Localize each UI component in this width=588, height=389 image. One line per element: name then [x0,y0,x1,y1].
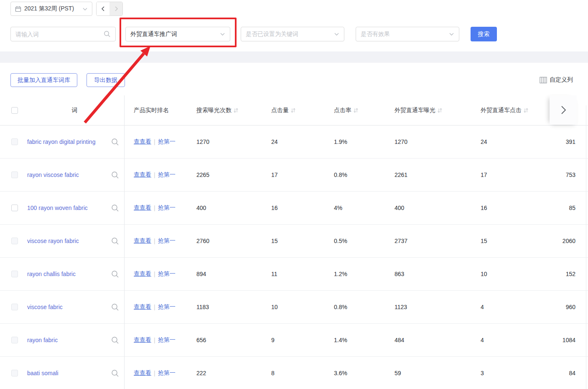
search-impressions-value: 1183 [195,291,270,323]
search-icon[interactable] [111,171,119,179]
sort-icon[interactable] [523,107,529,113]
grab-first-link[interactable]: 抢第一 [158,138,176,146]
table-body: fabric rayon digital printing 查查看 | 抢第一 … [0,125,588,389]
view-product-link[interactable]: 查查看 [134,336,151,344]
prev-week-button[interactable] [97,2,109,15]
row-checkbox[interactable] [11,370,18,376]
export-data-button[interactable]: 导出数据 [87,73,125,87]
customize-columns-label: 自定义列 [550,76,573,84]
keyword-search-input[interactable] [15,31,104,38]
column-header-search-impressions[interactable]: 搜索曝光次数 [196,107,232,114]
keyword-link[interactable]: fabric rayon digital printing [27,138,95,145]
search-icon[interactable] [111,369,119,377]
keyword-table: 词 产品实时排名 搜索曝光次数 点击量 点击率 外贸直通车曝光 外贸直通车点击 … [0,95,588,389]
p4p-clicks-value: 3 [479,357,539,389]
week-toolbar: 2021 第32周 (PST) [10,2,123,16]
view-product-link[interactable]: 查查看 [134,138,151,146]
view-product-link[interactable]: 查查看 [134,270,151,278]
fixed-column-divider [124,95,125,389]
week-selector-value: 2021 第32周 (PST) [24,5,79,13]
row-checkbox[interactable] [11,171,18,178]
batch-add-button[interactable]: 批量加入直通车词库 [10,73,77,87]
keyword-link[interactable]: viscose rayon fabric [27,238,79,244]
search-impressions-value: 400 [195,192,270,224]
view-product-link[interactable]: 查查看 [134,171,151,179]
view-product-link[interactable]: 查查看 [134,303,151,311]
is-keyword-select-placeholder: 是否已设置为关键词 [246,31,298,38]
is-keyword-select[interactable]: 是否已设置为关键词 [241,27,344,41]
search-icon[interactable] [111,138,119,146]
word-type-select[interactable]: 外贸直通车推广词 [125,27,230,41]
search-icon[interactable] [104,31,111,38]
link-separator: | [154,337,155,343]
row-checkbox[interactable] [11,304,18,310]
view-product-link[interactable]: 查查看 [134,204,151,212]
search-impressions-value: 2760 [195,225,270,257]
column-header-p4p-clicks[interactable]: 外贸直通车点击 [481,107,522,114]
customize-columns-button[interactable]: 自定义列 [540,76,573,84]
column-header-clicks[interactable]: 点击量 [271,107,289,114]
search-icon[interactable] [111,303,119,311]
p4p-impressions-value: 400 [393,192,479,224]
select-all-checkbox[interactable] [11,107,18,114]
clicks-value: 15 [270,225,333,257]
clicks-value: 16 [270,192,333,224]
search-button[interactable]: 搜索 [471,27,497,41]
extra-column-value: 2060 [539,225,588,257]
link-separator: | [154,138,155,145]
link-separator: | [154,271,155,277]
row-checkbox[interactable] [11,138,18,145]
sort-icon[interactable] [437,107,443,113]
search-icon[interactable] [111,237,119,245]
grab-first-link[interactable]: 抢第一 [158,171,176,179]
keyword-link[interactable]: rayon viscose fabric [27,171,79,178]
search-icon[interactable] [111,270,119,278]
keyword-link[interactable]: baati somali [27,370,59,376]
table-row: viscose rayon fabric 查查看 | 抢第一 2760 15 0… [0,225,588,258]
p4p-clicks-value: 17 [479,159,539,191]
scroll-columns-right-button[interactable] [550,95,577,125]
sort-icon[interactable] [290,107,296,113]
sort-icon[interactable] [233,107,239,113]
extra-column-value: 753 [539,159,588,191]
week-selector[interactable]: 2021 第32周 (PST) [10,2,92,16]
keyword-link[interactable]: 100 rayon woven fabric [27,205,88,211]
table-row: baati somali 查查看 | 抢第一 222 8 3.6% 59 3 8… [0,357,588,389]
grab-first-link[interactable]: 抢第一 [158,336,176,344]
row-checkbox[interactable] [11,271,18,277]
grab-first-link[interactable]: 抢第一 [158,369,176,377]
search-icon[interactable] [111,336,119,344]
search-icon[interactable] [111,204,119,212]
sort-icon[interactable] [353,107,359,113]
ctr-value: 4% [333,192,393,224]
search-impressions-value: 222 [195,357,270,389]
grab-first-link[interactable]: 抢第一 [158,303,176,311]
chevron-down-icon [82,6,88,12]
p4p-impressions-value: 1270 [393,125,479,158]
column-header-ctr[interactable]: 点击率 [334,107,351,114]
row-checkbox[interactable] [11,205,18,211]
extra-column-value: 85 [539,192,588,224]
keyword-link[interactable]: rayon fabric [27,337,58,343]
keyword-link[interactable]: viscose fabric [27,304,63,310]
grab-first-link[interactable]: 抢第一 [158,270,176,278]
table-row: viscose fabric 查查看 | 抢第一 1183 10 0.8% 11… [0,291,588,324]
ctr-value: 0.5% [333,225,393,257]
view-product-link[interactable]: 查查看 [134,237,151,245]
p4p-impressions-value: 59 [393,357,479,389]
next-week-button[interactable] [109,2,122,15]
has-effect-select-placeholder: 是否有效果 [361,31,390,38]
keyword-link[interactable]: rayon challis fabric [27,271,76,277]
view-product-link[interactable]: 查查看 [134,369,151,377]
grab-first-link[interactable]: 抢第一 [158,237,176,245]
p4p-clicks-value: 4 [479,291,539,323]
row-checkbox[interactable] [11,238,18,244]
row-checkbox[interactable] [11,337,18,343]
column-header-rank: 产品实时排名 [134,107,169,114]
grab-first-link[interactable]: 抢第一 [158,204,176,212]
column-header-p4p-impressions[interactable]: 外贸直通车曝光 [395,107,435,114]
word-type-select-value: 外贸直通车推广词 [130,31,177,38]
week-nav-group [96,2,123,16]
has-effect-select[interactable]: 是否有效果 [356,27,459,41]
ctr-value: 3.6% [333,357,393,389]
